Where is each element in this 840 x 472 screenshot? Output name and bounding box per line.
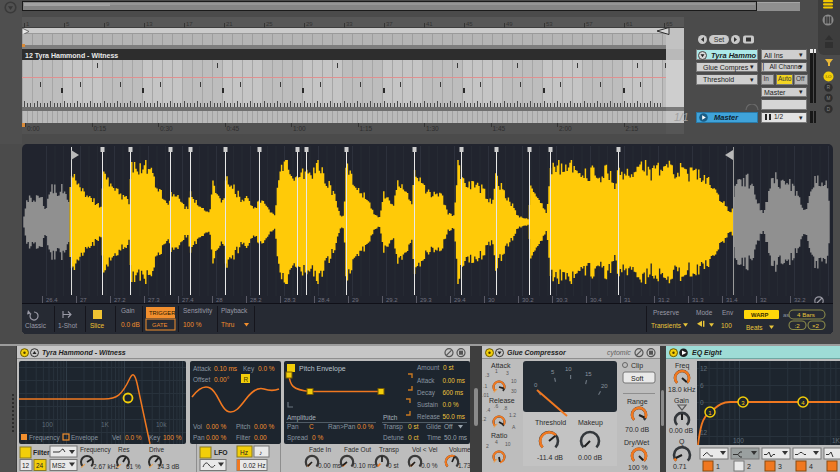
svg-text:Transp: Transp [383, 423, 403, 431]
svg-text:1-Shot: 1-Shot [58, 322, 77, 329]
svg-text:Classic: Classic [25, 322, 47, 329]
svg-text:Volume: Volume [449, 446, 470, 453]
svg-text:1.73 dB: 1.73 dB [458, 462, 470, 469]
svg-text:Mode: Mode [696, 309, 713, 316]
svg-text:Frequency: Frequency [29, 434, 60, 442]
svg-text:0.00 ms: 0.00 ms [318, 462, 342, 469]
svg-text:Fade Out: Fade Out [344, 446, 371, 453]
svg-text:61 %: 61 % [126, 463, 141, 470]
svg-text:I-O: I-O [825, 74, 832, 79]
svg-text:0 ct: 0 ct [408, 434, 419, 441]
svg-text:Sustain: Sustain [417, 401, 439, 408]
svg-text:.1: .1 [483, 383, 487, 389]
svg-text:Set: Set [714, 36, 725, 43]
svg-text:0.10 ms: 0.10 ms [353, 462, 377, 469]
svg-text:Amount: Amount [417, 364, 440, 371]
svg-text:1.2: 1.2 [509, 412, 516, 418]
svg-text:.6: .6 [494, 403, 498, 409]
svg-text:Off: Off [444, 423, 453, 430]
svg-text:12: 12 [700, 365, 708, 372]
svg-text:Ran>Pan: Ran>Pan [328, 423, 356, 430]
svg-text:Pitch: Pitch [236, 423, 251, 430]
svg-text:0 st: 0 st [388, 462, 399, 469]
svg-text:Thru: Thru [221, 321, 235, 328]
svg-text:as: as [783, 312, 789, 318]
svg-text:Fade In: Fade In [309, 446, 331, 453]
svg-text:2: 2 [747, 463, 751, 470]
svg-text:LFO: LFO [214, 449, 228, 456]
svg-text:0 st: 0 st [443, 364, 454, 371]
svg-text:Gain: Gain [121, 307, 135, 314]
svg-text:Transients: Transients [651, 322, 682, 329]
svg-text:70.0 dB: 70.0 dB [625, 426, 649, 433]
svg-text:3: 3 [506, 370, 509, 376]
svg-text:Offset: Offset [193, 376, 210, 383]
svg-text:100 %: 100 % [628, 464, 648, 471]
svg-text:2: 2 [486, 443, 489, 449]
svg-text:15: 15 [585, 371, 592, 377]
svg-text:0.10 ms: 0.10 ms [214, 365, 238, 372]
svg-text:100: 100 [721, 322, 732, 329]
svg-text:-11.4 dB: -11.4 dB [537, 454, 563, 461]
svg-text:100 %: 100 % [163, 434, 182, 441]
svg-text:1K: 1K [101, 421, 110, 428]
svg-text:Key: Key [243, 365, 255, 373]
svg-text:Pan: Pan [193, 434, 205, 441]
svg-text:Playback: Playback [221, 307, 248, 315]
svg-text:0 st: 0 st [408, 423, 419, 430]
svg-text:1: 1 [716, 463, 720, 470]
svg-text:GATE: GATE [152, 322, 167, 328]
svg-text:0.00 %: 0.00 % [206, 423, 226, 430]
svg-text:Clip: Clip [631, 362, 643, 370]
svg-text:Freq: Freq [675, 362, 690, 370]
svg-text:14.3 dB: 14.3 dB [157, 463, 179, 470]
svg-text:0.00 dB: 0.00 dB [578, 454, 602, 461]
svg-text:Transp: Transp [379, 446, 399, 454]
svg-text:Filter: Filter [236, 434, 251, 441]
svg-text:M: M [827, 96, 831, 101]
svg-text:Spread: Spread [287, 434, 308, 442]
svg-text:0 %: 0 % [312, 434, 323, 441]
svg-text:0.71: 0.71 [673, 463, 687, 470]
svg-text:0.0 %: 0.0 % [443, 401, 460, 408]
svg-text:20: 20 [601, 383, 608, 389]
svg-text:Amplitude: Amplitude [287, 414, 316, 422]
svg-text:MS2: MS2 [52, 462, 66, 469]
svg-text:Soft: Soft [631, 375, 644, 382]
svg-text:Release: Release [489, 397, 515, 404]
svg-text:Release: Release [417, 413, 441, 420]
svg-text:Glide: Glide [426, 423, 442, 430]
svg-text:50.0 ms: 50.0 ms [443, 413, 465, 420]
svg-text:Beats: Beats [746, 324, 763, 331]
svg-text:100: 100 [733, 437, 744, 444]
svg-text:Vel: Vel [112, 434, 122, 441]
svg-text:Hz: Hz [240, 449, 248, 456]
svg-text:100 %: 100 % [183, 321, 202, 328]
svg-text:10: 10 [511, 378, 517, 384]
svg-text::2: :2 [795, 322, 801, 329]
svg-text:WARP: WARP [751, 312, 769, 318]
svg-text:100: 100 [42, 421, 53, 428]
svg-text:0.02 Hz: 0.02 Hz [243, 462, 265, 469]
svg-text:Range: Range [627, 398, 648, 406]
svg-text:C: C [309, 423, 314, 430]
svg-text:0.0 %: 0.0 % [258, 365, 275, 372]
svg-text:Sensitivity: Sensitivity [183, 307, 213, 315]
svg-text:2.67 kHz: 2.67 kHz [93, 463, 119, 470]
svg-text:4 Bars: 4 Bars [797, 311, 815, 318]
svg-text:Ratio: Ratio [491, 432, 507, 439]
svg-text:0.00 %: 0.00 % [254, 423, 274, 430]
svg-text:0: 0 [700, 399, 704, 406]
svg-text:4: 4 [809, 463, 813, 470]
svg-text:Attack: Attack [193, 365, 212, 372]
svg-text:24: 24 [36, 462, 44, 469]
svg-text:0.0 %: 0.0 % [357, 423, 374, 430]
svg-text:0.00°: 0.00° [214, 376, 230, 383]
svg-text:R: R [244, 376, 249, 383]
svg-text:Vol < Vel: Vol < Vel [412, 446, 438, 453]
svg-text:TRIGGER: TRIGGER [149, 310, 175, 316]
svg-text:Key: Key [149, 434, 161, 442]
svg-text:10: 10 [565, 366, 572, 372]
svg-text:600 ms: 600 ms [443, 389, 464, 396]
svg-text:0.00 ms: 0.00 ms [443, 377, 465, 384]
